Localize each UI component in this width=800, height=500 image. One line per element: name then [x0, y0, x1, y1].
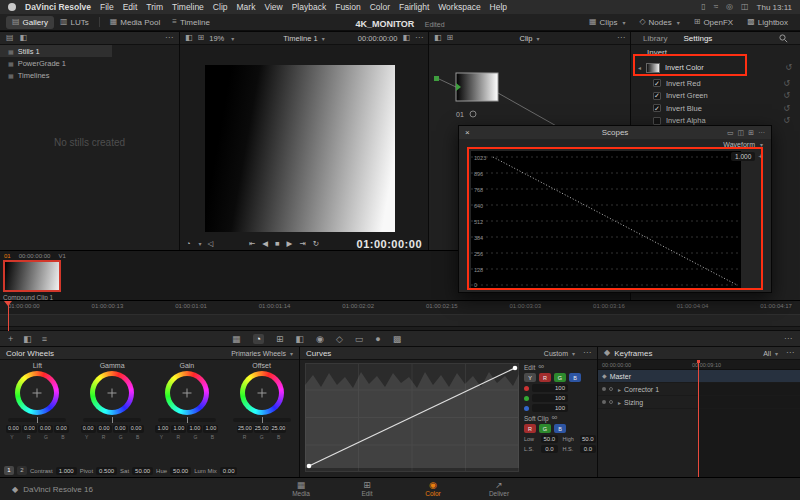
page-edit[interactable]: ⊞ Edit [347, 480, 387, 497]
offset-color-wheel[interactable] [240, 371, 284, 415]
high-soft-value[interactable]: 0.0 [580, 445, 596, 453]
add-node-icon[interactable]: ⊞ [447, 34, 454, 42]
lift-master-slider[interactable] [8, 418, 66, 422]
timeline-track-v1[interactable] [0, 314, 800, 327]
menu-playback[interactable]: Playback [292, 2, 327, 12]
channel-b-button[interactable]: B [569, 373, 581, 382]
apple-menu-icon[interactable] [8, 3, 16, 11]
dual-view-icon[interactable]: ◫ [738, 129, 745, 137]
gamma-master-slider[interactable] [83, 418, 141, 422]
album-item-stills[interactable]: ▦ Stills 1 [0, 45, 112, 57]
keyframe-row-corrector-1[interactable]: ▸ Corrector 1 [598, 383, 800, 396]
gallery-button[interactable]: ▤ Gallery [6, 16, 54, 29]
lift-r-value[interactable]: 0.00 [22, 425, 37, 433]
option-invert-green[interactable]: ✓ Invert Green ↺ [631, 90, 800, 103]
curve-point-low[interactable] [307, 464, 312, 469]
gain-master-slider[interactable] [158, 418, 216, 422]
wheels-page-2-button[interactable]: 2 [17, 466, 27, 475]
stills-albums-icon[interactable]: ▤ [6, 34, 14, 42]
menu-timeline[interactable]: Timeline [172, 2, 204, 12]
search-icon[interactable] [779, 34, 788, 43]
high-value[interactable]: 50.0 [580, 435, 596, 443]
pivot-value[interactable]: 0.500 [96, 467, 117, 475]
list-tool-icon[interactable]: ≡ [42, 334, 47, 344]
keyframe-dot-icon[interactable] [602, 387, 606, 391]
timeline-name[interactable]: Timeline 1 [283, 34, 317, 43]
blur-icon[interactable]: ▩ [393, 334, 402, 344]
gamma-g-value[interactable]: 0.00 [113, 425, 128, 433]
single-view-icon[interactable]: ▭ [727, 129, 734, 137]
lift-color-wheel[interactable] [15, 371, 59, 415]
reset-icon[interactable]: ↺ [783, 91, 790, 100]
page-color[interactable]: ◉ Color [413, 480, 453, 497]
node-mode-label[interactable]: Clip [519, 34, 532, 43]
tab-settings[interactable]: Settings [683, 34, 712, 43]
go-to-end-button[interactable]: ⇥ [299, 239, 305, 248]
clip-thumbnail-selected[interactable] [3, 260, 61, 292]
tracker-icon[interactable]: ● [375, 334, 380, 344]
menu-mark[interactable]: Mark [237, 2, 256, 12]
gain-g-value[interactable]: 1.00 [187, 425, 202, 433]
plugin-row-invert-color[interactable]: ◂ Invert Color ↺ [631, 58, 800, 77]
window-icon[interactable]: ▭ [355, 334, 364, 344]
keyframe-row-master[interactable]: ◆ Master [598, 370, 800, 383]
more-icon[interactable]: ⋯ [165, 34, 173, 42]
menu-clip[interactable]: Clip [213, 2, 228, 12]
softclip-b-button[interactable]: B [554, 424, 566, 433]
gain-color-wheel[interactable] [165, 371, 209, 415]
node-view-icon[interactable]: ◧ [434, 34, 442, 42]
color-wheels-icon[interactable]: ◔ [253, 334, 264, 344]
expand-icon[interactable]: ◧ [402, 34, 410, 42]
more-icon[interactable]: ⋯ [786, 349, 794, 357]
stop-button[interactable]: ■ [275, 239, 280, 248]
curves-mode-dropdown[interactable]: Custom ▾ [544, 350, 575, 357]
chevron-right-icon[interactable]: ▸ [618, 386, 621, 393]
menu-help[interactable]: Help [490, 2, 507, 12]
lift-g-value[interactable]: 0.00 [38, 425, 53, 433]
menu-view[interactable]: View [264, 2, 282, 12]
keyframe-dot-icon[interactable] [602, 400, 606, 404]
gang-link-icon[interactable]: ∞ [552, 414, 558, 422]
hue-value[interactable]: 50.00 [170, 467, 191, 475]
page-deliver[interactable]: ↗ Deliver [479, 480, 519, 497]
wipe-tool-icon[interactable]: ◧ [23, 334, 32, 344]
keyframe-row-sizing[interactable]: ▸ Sizing [598, 396, 800, 409]
play-button[interactable]: ▶ [287, 239, 293, 248]
reset-icon[interactable]: ↺ [785, 63, 792, 72]
reset-icon[interactable]: ↺ [783, 79, 790, 88]
menu-color[interactable]: Color [370, 2, 390, 12]
gang-link-icon[interactable]: ∞ [538, 363, 544, 371]
chevron-left-icon[interactable]: ◂ [638, 64, 641, 71]
play-reverse-button[interactable]: ◀ [262, 239, 268, 248]
scopes-titlebar[interactable]: × Scopes ▭ ◫ ⊞ ⋯ [459, 126, 771, 139]
red-curve-value[interactable]: 100 [532, 384, 568, 392]
green-curve-value[interactable]: 100 [532, 394, 568, 402]
offset-r-value[interactable]: 25.00 [237, 425, 253, 433]
more-icon[interactable]: ⋯ [784, 335, 792, 343]
quad-view-icon[interactable]: ⊞ [748, 129, 754, 137]
more-icon[interactable]: ⋯ [617, 34, 625, 42]
menu-fusion[interactable]: Fusion [335, 2, 361, 12]
lum-mix-value[interactable]: 0.00 [220, 467, 238, 475]
channel-r-button[interactable]: R [539, 373, 551, 382]
pointer-tool-icon[interactable]: + [8, 334, 13, 344]
qualifier-icon[interactable]: ◇ [336, 334, 343, 344]
offset-g-value[interactable]: 25.00 [254, 425, 270, 433]
scope-type-dropdown[interactable]: Waveform ▾ [459, 139, 771, 150]
menu-file[interactable]: File [100, 2, 114, 12]
checkbox-unchecked[interactable] [653, 117, 661, 125]
softclip-g-button[interactable]: G [539, 424, 551, 433]
checkbox-checked[interactable]: ✓ [653, 79, 661, 87]
split-view-icon[interactable]: ◧ [20, 34, 28, 42]
keyframes-playhead[interactable] [698, 360, 699, 477]
menu-edit[interactable]: Edit [123, 2, 138, 12]
luts-button[interactable]: ▥ LUTs [54, 16, 95, 29]
contrast-value[interactable]: 1.000 [56, 467, 77, 475]
menu-workspace[interactable]: Workspace [438, 2, 480, 12]
softclip-r-button[interactable]: R [524, 424, 536, 433]
keyframes-mode-dropdown[interactable]: All ▾ [763, 350, 778, 357]
channel-g-button[interactable]: G [554, 373, 566, 382]
gamma-b-value[interactable]: 0.00 [129, 425, 144, 433]
loop-button[interactable]: ↻ [313, 239, 319, 248]
timeline-button[interactable]: ≡ Timeline [166, 16, 216, 29]
